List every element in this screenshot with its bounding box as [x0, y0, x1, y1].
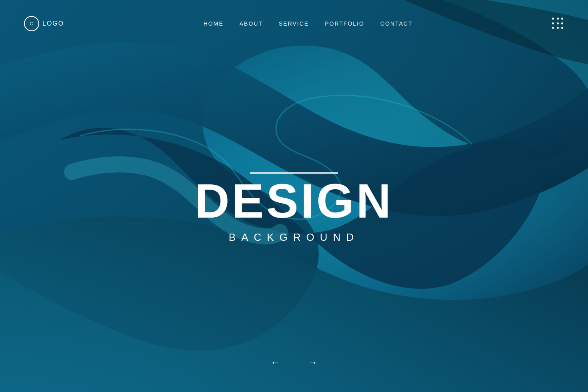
- logo-circle: C: [24, 16, 39, 31]
- dot-7: [552, 27, 554, 29]
- nav-item-portfolio[interactable]: PORTFOLIO: [325, 20, 364, 27]
- dot-2: [557, 18, 559, 20]
- logo-circle-text: C: [30, 21, 34, 26]
- prev-arrow-button[interactable]: ←: [266, 357, 284, 368]
- nav-item-about[interactable]: ABOUT: [240, 20, 263, 27]
- hero-title: DESIGN: [195, 177, 393, 225]
- navbar: C LOGO HOME ABOUT SERVICE PORTFOLIO CONT…: [0, 0, 588, 47]
- slide-arrows: ← →: [266, 357, 322, 368]
- nav-link-service[interactable]: SERVICE: [279, 20, 309, 27]
- logo-text: LOGO: [42, 20, 64, 27]
- nav-links: HOME ABOUT SERVICE PORTFOLIO CONTACT: [204, 20, 413, 27]
- dot-5: [557, 22, 559, 24]
- nav-link-contact[interactable]: CONTACT: [380, 20, 413, 27]
- dot-3: [561, 18, 563, 20]
- nav-link-about[interactable]: ABOUT: [240, 20, 263, 27]
- hero-subtitle: BACKGROUND: [195, 231, 393, 244]
- dot-4: [552, 22, 554, 24]
- nav-item-contact[interactable]: CONTACT: [380, 20, 413, 27]
- hero-divider-line: [250, 172, 338, 174]
- dot-6: [561, 22, 563, 24]
- nav-item-home[interactable]: HOME: [204, 20, 224, 27]
- dot-1: [552, 18, 554, 20]
- hero-content: DESIGN BACKGROUND: [195, 172, 393, 244]
- dots-menu-icon[interactable]: [552, 18, 564, 30]
- nav-link-home[interactable]: HOME: [204, 20, 224, 27]
- nav-link-portfolio[interactable]: PORTFOLIO: [325, 20, 364, 27]
- dot-9: [561, 27, 563, 29]
- next-arrow-button[interactable]: →: [304, 357, 322, 368]
- page-wrapper: C LOGO HOME ABOUT SERVICE PORTFOLIO CONT…: [0, 0, 588, 392]
- logo[interactable]: C LOGO: [24, 16, 64, 31]
- dot-8: [557, 27, 559, 29]
- nav-item-service[interactable]: SERVICE: [279, 20, 309, 27]
